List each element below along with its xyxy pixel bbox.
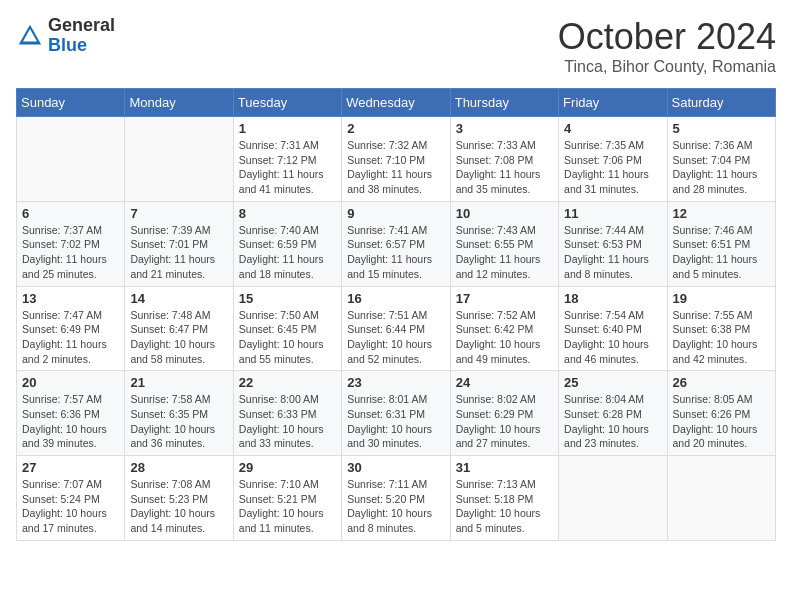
day-number: 14 xyxy=(130,291,227,306)
calendar-cell: 30Sunrise: 7:11 AM Sunset: 5:20 PM Dayli… xyxy=(342,456,450,541)
calendar-cell: 3Sunrise: 7:33 AM Sunset: 7:08 PM Daylig… xyxy=(450,117,558,202)
calendar-table: SundayMondayTuesdayWednesdayThursdayFrid… xyxy=(16,88,776,541)
day-number: 15 xyxy=(239,291,336,306)
calendar-cell: 4Sunrise: 7:35 AM Sunset: 7:06 PM Daylig… xyxy=(559,117,667,202)
weekday-header-saturday: Saturday xyxy=(667,89,775,117)
day-number: 26 xyxy=(673,375,770,390)
logo: General Blue xyxy=(16,16,115,56)
weekday-header-thursday: Thursday xyxy=(450,89,558,117)
month-title: October 2024 xyxy=(558,16,776,58)
calendar-cell: 18Sunrise: 7:54 AM Sunset: 6:40 PM Dayli… xyxy=(559,286,667,371)
day-number: 18 xyxy=(564,291,661,306)
calendar-cell: 1Sunrise: 7:31 AM Sunset: 7:12 PM Daylig… xyxy=(233,117,341,202)
day-info: Sunrise: 7:36 AM Sunset: 7:04 PM Dayligh… xyxy=(673,138,770,197)
day-info: Sunrise: 7:33 AM Sunset: 7:08 PM Dayligh… xyxy=(456,138,553,197)
title-block: October 2024 Tinca, Bihor County, Romani… xyxy=(558,16,776,76)
day-info: Sunrise: 7:41 AM Sunset: 6:57 PM Dayligh… xyxy=(347,223,444,282)
day-number: 17 xyxy=(456,291,553,306)
day-number: 31 xyxy=(456,460,553,475)
logo-general: General xyxy=(48,16,115,36)
day-number: 5 xyxy=(673,121,770,136)
calendar-cell: 13Sunrise: 7:47 AM Sunset: 6:49 PM Dayli… xyxy=(17,286,125,371)
day-number: 4 xyxy=(564,121,661,136)
day-info: Sunrise: 7:46 AM Sunset: 6:51 PM Dayligh… xyxy=(673,223,770,282)
calendar-cell: 16Sunrise: 7:51 AM Sunset: 6:44 PM Dayli… xyxy=(342,286,450,371)
day-info: Sunrise: 7:40 AM Sunset: 6:59 PM Dayligh… xyxy=(239,223,336,282)
location: Tinca, Bihor County, Romania xyxy=(558,58,776,76)
day-info: Sunrise: 7:50 AM Sunset: 6:45 PM Dayligh… xyxy=(239,308,336,367)
day-number: 13 xyxy=(22,291,119,306)
calendar-cell xyxy=(559,456,667,541)
calendar-cell xyxy=(17,117,125,202)
calendar-cell: 19Sunrise: 7:55 AM Sunset: 6:38 PM Dayli… xyxy=(667,286,775,371)
day-number: 19 xyxy=(673,291,770,306)
calendar-cell: 11Sunrise: 7:44 AM Sunset: 6:53 PM Dayli… xyxy=(559,201,667,286)
day-number: 20 xyxy=(22,375,119,390)
calendar-cell: 17Sunrise: 7:52 AM Sunset: 6:42 PM Dayli… xyxy=(450,286,558,371)
calendar-cell: 24Sunrise: 8:02 AM Sunset: 6:29 PM Dayli… xyxy=(450,371,558,456)
day-info: Sunrise: 7:07 AM Sunset: 5:24 PM Dayligh… xyxy=(22,477,119,536)
day-info: Sunrise: 8:05 AM Sunset: 6:26 PM Dayligh… xyxy=(673,392,770,451)
day-info: Sunrise: 7:55 AM Sunset: 6:38 PM Dayligh… xyxy=(673,308,770,367)
weekday-header-tuesday: Tuesday xyxy=(233,89,341,117)
calendar-cell: 26Sunrise: 8:05 AM Sunset: 6:26 PM Dayli… xyxy=(667,371,775,456)
week-row-3: 13Sunrise: 7:47 AM Sunset: 6:49 PM Dayli… xyxy=(17,286,776,371)
weekday-header-wednesday: Wednesday xyxy=(342,89,450,117)
day-info: Sunrise: 7:10 AM Sunset: 5:21 PM Dayligh… xyxy=(239,477,336,536)
day-number: 16 xyxy=(347,291,444,306)
day-number: 23 xyxy=(347,375,444,390)
day-info: Sunrise: 7:58 AM Sunset: 6:35 PM Dayligh… xyxy=(130,392,227,451)
calendar-cell: 28Sunrise: 7:08 AM Sunset: 5:23 PM Dayli… xyxy=(125,456,233,541)
day-number: 24 xyxy=(456,375,553,390)
calendar-cell: 5Sunrise: 7:36 AM Sunset: 7:04 PM Daylig… xyxy=(667,117,775,202)
day-info: Sunrise: 8:04 AM Sunset: 6:28 PM Dayligh… xyxy=(564,392,661,451)
day-info: Sunrise: 8:00 AM Sunset: 6:33 PM Dayligh… xyxy=(239,392,336,451)
calendar-cell: 31Sunrise: 7:13 AM Sunset: 5:18 PM Dayli… xyxy=(450,456,558,541)
day-number: 10 xyxy=(456,206,553,221)
calendar-cell: 7Sunrise: 7:39 AM Sunset: 7:01 PM Daylig… xyxy=(125,201,233,286)
day-number: 27 xyxy=(22,460,119,475)
calendar-cell: 23Sunrise: 8:01 AM Sunset: 6:31 PM Dayli… xyxy=(342,371,450,456)
day-number: 30 xyxy=(347,460,444,475)
day-info: Sunrise: 8:02 AM Sunset: 6:29 PM Dayligh… xyxy=(456,392,553,451)
calendar-cell: 20Sunrise: 7:57 AM Sunset: 6:36 PM Dayli… xyxy=(17,371,125,456)
day-number: 3 xyxy=(456,121,553,136)
day-info: Sunrise: 7:54 AM Sunset: 6:40 PM Dayligh… xyxy=(564,308,661,367)
day-info: Sunrise: 7:44 AM Sunset: 6:53 PM Dayligh… xyxy=(564,223,661,282)
day-number: 22 xyxy=(239,375,336,390)
day-info: Sunrise: 8:01 AM Sunset: 6:31 PM Dayligh… xyxy=(347,392,444,451)
calendar-cell: 22Sunrise: 8:00 AM Sunset: 6:33 PM Dayli… xyxy=(233,371,341,456)
calendar-cell xyxy=(125,117,233,202)
day-info: Sunrise: 7:57 AM Sunset: 6:36 PM Dayligh… xyxy=(22,392,119,451)
day-number: 7 xyxy=(130,206,227,221)
calendar-cell: 2Sunrise: 7:32 AM Sunset: 7:10 PM Daylig… xyxy=(342,117,450,202)
day-info: Sunrise: 7:37 AM Sunset: 7:02 PM Dayligh… xyxy=(22,223,119,282)
calendar-cell: 12Sunrise: 7:46 AM Sunset: 6:51 PM Dayli… xyxy=(667,201,775,286)
day-number: 9 xyxy=(347,206,444,221)
day-info: Sunrise: 7:11 AM Sunset: 5:20 PM Dayligh… xyxy=(347,477,444,536)
day-info: Sunrise: 7:47 AM Sunset: 6:49 PM Dayligh… xyxy=(22,308,119,367)
day-number: 11 xyxy=(564,206,661,221)
day-info: Sunrise: 7:31 AM Sunset: 7:12 PM Dayligh… xyxy=(239,138,336,197)
logo-icon xyxy=(16,22,44,50)
day-number: 21 xyxy=(130,375,227,390)
weekday-header-monday: Monday xyxy=(125,89,233,117)
week-row-2: 6Sunrise: 7:37 AM Sunset: 7:02 PM Daylig… xyxy=(17,201,776,286)
weekday-header-row: SundayMondayTuesdayWednesdayThursdayFrid… xyxy=(17,89,776,117)
day-info: Sunrise: 7:43 AM Sunset: 6:55 PM Dayligh… xyxy=(456,223,553,282)
calendar-cell: 25Sunrise: 8:04 AM Sunset: 6:28 PM Dayli… xyxy=(559,371,667,456)
calendar-cell: 27Sunrise: 7:07 AM Sunset: 5:24 PM Dayli… xyxy=(17,456,125,541)
week-row-1: 1Sunrise: 7:31 AM Sunset: 7:12 PM Daylig… xyxy=(17,117,776,202)
week-row-4: 20Sunrise: 7:57 AM Sunset: 6:36 PM Dayli… xyxy=(17,371,776,456)
day-info: Sunrise: 7:32 AM Sunset: 7:10 PM Dayligh… xyxy=(347,138,444,197)
day-number: 2 xyxy=(347,121,444,136)
day-number: 6 xyxy=(22,206,119,221)
logo-text: General Blue xyxy=(48,16,115,56)
day-info: Sunrise: 7:48 AM Sunset: 6:47 PM Dayligh… xyxy=(130,308,227,367)
calendar-cell: 10Sunrise: 7:43 AM Sunset: 6:55 PM Dayli… xyxy=(450,201,558,286)
page-header: General Blue October 2024 Tinca, Bihor C… xyxy=(16,16,776,76)
day-number: 1 xyxy=(239,121,336,136)
calendar-cell: 15Sunrise: 7:50 AM Sunset: 6:45 PM Dayli… xyxy=(233,286,341,371)
weekday-header-friday: Friday xyxy=(559,89,667,117)
calendar-cell: 29Sunrise: 7:10 AM Sunset: 5:21 PM Dayli… xyxy=(233,456,341,541)
